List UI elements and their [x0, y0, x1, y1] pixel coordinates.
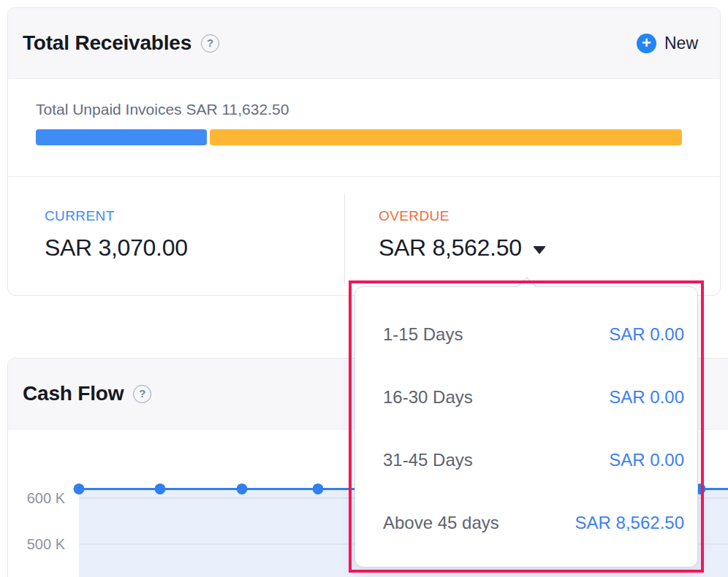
- aging-row-16-30: 16-30 Days SAR 0.00: [355, 366, 697, 429]
- progress-current-segment: [36, 129, 207, 145]
- aging-value-link[interactable]: SAR 8,562.50: [575, 513, 684, 533]
- unpaid-invoices-label: Total Unpaid Invoices SAR 11,632.50: [36, 101, 682, 118]
- cash-flow-title: Cash Flow: [23, 382, 124, 405]
- aging-row-1-15: 1-15 Days SAR 0.00: [355, 303, 697, 366]
- receivables-progress-bar: [36, 129, 682, 145]
- aging-row-above-45: Above 45 days SAR 8,562.50: [355, 492, 697, 554]
- help-icon[interactable]: ?: [201, 34, 219, 53]
- aging-value-link[interactable]: SAR 0.00: [609, 450, 684, 470]
- aging-label: 31-45 Days: [383, 450, 473, 470]
- aging-label: Above 45 days: [383, 513, 499, 533]
- overdue-aging-popup: 1-15 Days SAR 0.00 16-30 Days SAR 0.00 3…: [354, 286, 698, 568]
- new-button[interactable]: + New: [637, 34, 698, 53]
- stats-divider: [344, 194, 345, 284]
- aging-label: 16-30 Days: [383, 387, 473, 408]
- overdue-label: OVERDUE: [379, 208, 546, 224]
- aging-row-31-45: 31-45 Days SAR 0.00: [355, 429, 697, 492]
- total-receivables-header: Total Receivables ? + New: [8, 8, 720, 79]
- overdue-amount-dropdown[interactable]: SAR 8,562.50: [379, 234, 546, 261]
- progress-overdue-segment: [210, 129, 682, 145]
- help-icon[interactable]: ?: [133, 385, 151, 403]
- current-amount: SAR 3,070.00: [45, 234, 344, 261]
- total-receivables-card: Total Receivables ? + New Total Unpaid I…: [7, 7, 721, 296]
- aging-rows: 1-15 Days SAR 0.00 16-30 Days SAR 0.00 3…: [355, 287, 697, 554]
- caret-down-icon: [533, 246, 546, 254]
- current-label: CURRENT: [45, 208, 344, 224]
- new-button-label: New: [664, 34, 698, 53]
- aging-label: 1-15 Days: [383, 324, 463, 345]
- receivables-stats: CURRENT SAR 3,070.00 OVERDUE SAR 8,562.5…: [8, 177, 720, 295]
- overdue-block: OVERDUE SAR 8,562.50: [344, 177, 546, 295]
- aging-value-link[interactable]: SAR 0.00: [609, 387, 684, 408]
- current-block: CURRENT SAR 3,070.00: [8, 177, 344, 295]
- plus-icon: +: [637, 34, 656, 53]
- unpaid-invoices-section: Total Unpaid Invoices SAR 11,632.50: [8, 79, 720, 177]
- page-title: Total Receivables: [23, 31, 192, 55]
- aging-value-link[interactable]: SAR 0.00: [609, 324, 684, 345]
- overdue-amount: SAR 8,562.50: [379, 234, 522, 261]
